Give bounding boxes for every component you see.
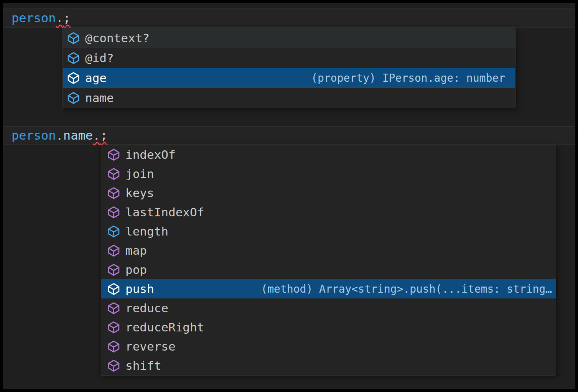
symbol-method-icon: [107, 301, 120, 315]
symbol-field-icon: [67, 91, 80, 105]
suggestion-item[interactable]: lastIndexOf: [101, 203, 556, 222]
suggestion-label: reduce: [125, 301, 168, 315]
suggestion-label: keys: [125, 186, 154, 200]
symbol-field-icon: [107, 225, 120, 238]
code-token-error: .: [93, 127, 100, 144]
suggestion-item[interactable]: @id?: [63, 48, 515, 68]
code-token-error: .: [56, 9, 63, 27]
symbol-method-icon: [107, 167, 120, 181]
suggestion-item[interactable]: map: [101, 241, 556, 260]
symbol-method-icon: [107, 263, 120, 277]
symbol-method-icon: [107, 244, 120, 257]
symbol-method-icon: [107, 186, 120, 200]
symbol-method-icon: [107, 340, 120, 353]
suggestion-label: shift: [125, 359, 161, 372]
suggestion-item[interactable]: shift: [101, 356, 556, 375]
symbol-field-icon: [67, 51, 80, 65]
suggest-widget-2: indexOfjoinkeyslastIndexOflengthmappoppu…: [101, 145, 556, 376]
code-line-1[interactable]: person.;: [3, 8, 575, 28]
suggestion-item[interactable]: pop: [101, 260, 556, 279]
suggestion-item[interactable]: reverse: [101, 337, 556, 356]
suggestion-label: length: [125, 224, 168, 238]
symbol-method-icon: [107, 148, 120, 161]
code-token: person: [12, 9, 56, 27]
symbol-field-icon: [67, 31, 80, 45]
code-token: .: [56, 127, 63, 144]
suggestion-item[interactable]: indexOf: [101, 145, 556, 164]
symbol-method-icon: [107, 359, 120, 372]
suggestion-label: lastIndexOf: [125, 205, 204, 219]
suggestion-item[interactable]: @context?: [63, 28, 515, 48]
suggestion-item[interactable]: join: [101, 164, 556, 183]
suggestion-label: indexOf: [125, 148, 176, 161]
suggestion-label: join: [125, 167, 154, 181]
suggestion-label: push: [125, 282, 154, 296]
code-editor[interactable]: person.; @context?@id?age(property) IPer…: [3, 3, 575, 389]
suggestion-item[interactable]: length: [101, 222, 556, 241]
symbol-method-icon: [107, 321, 120, 334]
suggest-widget-1: @context?@id?age(property) IPerson.age: …: [63, 28, 515, 108]
suggestion-item[interactable]: reduce: [101, 298, 556, 318]
symbol-field-icon: [67, 71, 80, 85]
suggestion-label: @context?: [85, 31, 150, 45]
suggestion-item[interactable]: reduceRight: [101, 318, 556, 337]
suggestion-item[interactable]: keys: [101, 183, 556, 203]
symbol-method-icon: [107, 206, 120, 219]
suggestion-item[interactable]: name: [63, 88, 515, 108]
suggestion-label: reduceRight: [125, 320, 204, 334]
code-token: person: [12, 127, 56, 144]
symbol-method-icon: [107, 282, 120, 296]
suggestion-label: name: [85, 91, 114, 105]
suggestion-detail: (property) IPerson.age: number: [300, 72, 505, 84]
suggestion-label: map: [125, 244, 147, 257]
code-line-2[interactable]: person.name.;: [3, 126, 575, 145]
suggestion-label: age: [85, 71, 107, 85]
suggestion-item[interactable]: push(method) Array<string>.push(...items…: [101, 279, 556, 298]
suggestion-item[interactable]: age(property) IPerson.age: number: [63, 68, 515, 88]
suggestion-label: pop: [125, 263, 147, 277]
suggestion-label: @id?: [85, 51, 114, 65]
code-token-error: ;: [100, 127, 107, 144]
code-token: name: [63, 127, 93, 144]
suggestion-label: reverse: [125, 339, 176, 353]
suggestion-detail: (method) Array<string>.push(...items: st…: [249, 283, 552, 295]
code-token-error: ;: [63, 9, 71, 27]
screenshot-frame: person.; @context?@id?age(property) IPer…: [0, 0, 578, 392]
